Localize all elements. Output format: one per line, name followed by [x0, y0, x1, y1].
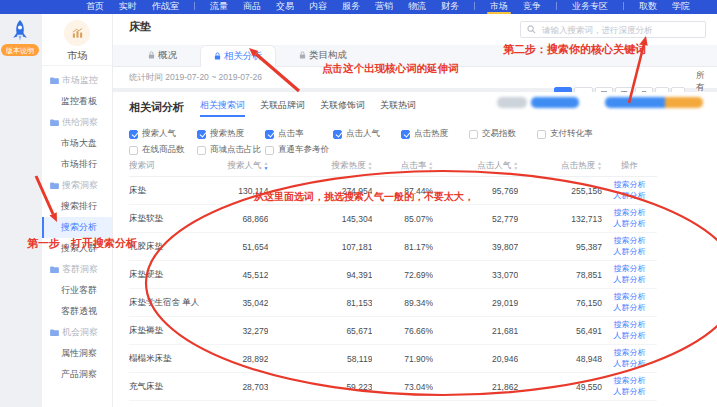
action-link-人群分析[interactable]: 人群分析	[602, 387, 657, 398]
checkbox-icon	[129, 130, 138, 139]
action-link-人群分析[interactable]: 人群分析	[602, 359, 657, 370]
sidebar-item-客群透视[interactable]: 客群透视	[42, 301, 112, 322]
sort-icon[interactable]: ▲▼	[428, 161, 433, 170]
tab-概况[interactable]: 概况	[135, 45, 190, 66]
keyword-cell[interactable]: 乳胶床垫	[129, 233, 209, 261]
sort-icon[interactable]: ▲▼	[263, 161, 268, 170]
metric-checkbox-搜索热度[interactable]: 搜索热度	[197, 128, 265, 140]
metric-checkbox-点击率[interactable]: 点击率	[265, 128, 333, 140]
table-row: 充气床垫28,70359,22373.04%21,86249,550搜索分析人群…	[129, 373, 657, 401]
nav-item-13[interactable]: 竞争	[523, 0, 541, 14]
action-link-搜索分析[interactable]: 搜索分析	[602, 208, 657, 219]
metric-checkbox-商城点击占比[interactable]: 商城点击占比	[197, 144, 265, 156]
sidebar-menu: 市场监控监控看板供给洞察市场大盘市场排行搜索洞察搜索排行搜索分析搜索人群客群洞察…	[42, 66, 112, 385]
nav-item-4[interactable]: 流量	[210, 0, 228, 14]
sidebar-item-产品洞察[interactable]: 产品洞察	[42, 364, 112, 385]
keyword-cell[interactable]: 床垫软垫	[129, 205, 209, 233]
sort-icon[interactable]: ▲▼	[513, 161, 518, 170]
metric-checkbox-支付转化率[interactable]: 支付转化率	[537, 128, 605, 140]
keyword-cell[interactable]: 榻榻米床垫	[129, 345, 209, 373]
nav-item-9[interactable]: 营销	[375, 0, 393, 14]
keyword-cell[interactable]: 充气床垫	[129, 373, 209, 401]
column-header-点击热度[interactable]: 点击热度▲▼	[518, 156, 602, 177]
sidebar-item-监控看板[interactable]: 监控看板	[42, 91, 112, 112]
metric-checkbox-直通车参考价[interactable]: 直通车参考价	[265, 144, 333, 156]
action-link-人群分析[interactable]: 人群分析	[602, 303, 657, 314]
subtab-关联品牌词[interactable]: 关联品牌词	[260, 99, 305, 115]
metric-checkbox-在线商品数[interactable]: 在线商品数	[129, 144, 197, 156]
nav-item-10[interactable]: 物流	[408, 0, 426, 14]
column-header-搜索热度[interactable]: 搜索热度▲▼	[268, 156, 372, 177]
metric-checkbox-点击人气[interactable]: 点击人气	[333, 128, 401, 140]
metric-checkbox-交易指数[interactable]: 交易指数	[469, 128, 537, 140]
action-link-搜索分析[interactable]: 搜索分析	[602, 320, 657, 331]
metric-cell: 76.66%	[372, 317, 433, 345]
sort-down: ▼	[513, 166, 518, 171]
nav-item-15[interactable]: 取数	[639, 0, 657, 14]
column-header-点击率[interactable]: 点击率▲▼	[372, 156, 433, 177]
column-header-label: 点击率	[401, 160, 427, 170]
sidebar-item-搜索人群[interactable]: 搜索人群	[42, 238, 112, 259]
market-app-icon[interactable]	[64, 20, 90, 46]
nav-item-12[interactable]: 市场	[490, 0, 508, 14]
action-link-人群分析[interactable]: 人群分析	[602, 247, 657, 258]
nav-item-14[interactable]: 业务专区	[572, 0, 608, 14]
nav-item-7[interactable]: 内容	[309, 0, 327, 14]
metric-checkbox-点击热度[interactable]: 点击热度	[401, 128, 469, 140]
keyword-cell[interactable]: 床垫	[129, 177, 209, 205]
sidebar-item-搜索排行[interactable]: 搜索排行	[42, 196, 112, 217]
tab-类目构成[interactable]: 类目构成	[286, 45, 360, 66]
keyword-cell[interactable]: 床垫硬垫	[129, 261, 209, 289]
sidebar-label: 搜索分析	[61, 221, 97, 234]
subtab-相关搜索词[interactable]: 相关搜索词	[200, 99, 245, 115]
keyword-cell[interactable]: 床垫学生宿舍 单人	[129, 289, 209, 317]
keyword-cell[interactable]: 床垫褥垫	[129, 317, 209, 345]
checkbox-icon	[401, 130, 410, 139]
action-link-搜索分析[interactable]: 搜索分析	[602, 236, 657, 247]
sidebar-item-行业客群[interactable]: 行业客群	[42, 280, 112, 301]
action-link-搜索分析[interactable]: 搜索分析	[602, 292, 657, 303]
action-link-人群分析[interactable]: 人群分析	[602, 331, 657, 342]
action-link-搜索分析[interactable]: 搜索分析	[602, 180, 657, 191]
sidebar-section-机会洞察: 机会洞察	[42, 322, 112, 343]
folder-icon	[50, 76, 59, 86]
action-link-搜索分析[interactable]: 搜索分析	[602, 348, 657, 359]
action-link-人群分析[interactable]: 人群分析	[602, 219, 657, 230]
action-link-人群分析[interactable]: 人群分析	[602, 275, 657, 286]
nav-item-3[interactable]: 作战室	[152, 0, 179, 14]
subtab-关联热词[interactable]: 关联热词	[380, 99, 416, 115]
nav-item-8[interactable]: 服务	[342, 0, 360, 14]
folder-icon	[50, 265, 59, 275]
nav-item-11[interactable]: 财务	[441, 0, 459, 14]
actions-cell: 搜索分析人群分析	[602, 205, 657, 233]
sidebar-label: 搜索排行	[61, 200, 97, 213]
action-link-人群分析[interactable]: 人群分析	[602, 191, 657, 202]
sort-icon[interactable]: ▲▼	[597, 161, 602, 170]
action-link-搜索分析[interactable]: 搜索分析	[602, 264, 657, 275]
version-badge[interactable]: 版本说明	[1, 44, 39, 56]
action-link-搜索分析[interactable]: 搜索分析	[602, 376, 657, 387]
checkbox-icon	[265, 130, 274, 139]
subtab-关联修饰词[interactable]: 关联修饰词	[320, 99, 365, 115]
nav-item-16[interactable]: 学院	[672, 0, 690, 14]
metric-checkbox-搜索人气[interactable]: 搜索人气	[129, 128, 197, 140]
nav-item-2[interactable]: 实时	[119, 0, 137, 14]
search-input[interactable]	[540, 24, 699, 36]
analysis-tabstrip: 概况相关分析类目构成	[113, 45, 717, 67]
sidebar-item-属性洞察[interactable]: 属性洞察	[42, 343, 112, 364]
rocket-icon[interactable]	[9, 19, 31, 45]
nav-item-6[interactable]: 交易	[276, 0, 294, 14]
nav-item-1[interactable]: 首页	[86, 0, 104, 14]
sidebar-item-市场排行[interactable]: 市场排行	[42, 154, 112, 175]
nav-item-5[interactable]: 商品	[243, 0, 261, 14]
sort-icon[interactable]: ▲▼	[367, 161, 372, 170]
sidebar-label: 产品洞察	[61, 368, 97, 381]
sidebar-item-搜索分析[interactable]: 搜索分析	[42, 217, 112, 238]
column-header-搜索人气[interactable]: 搜索人气▲▼	[209, 156, 269, 177]
keyword-searchbox[interactable]	[520, 21, 706, 38]
sidebar-item-市场大盘[interactable]: 市场大盘	[42, 133, 112, 154]
sidebar-section-市场监控: 市场监控	[42, 70, 112, 91]
sidebar-label: 市场大盘	[61, 137, 97, 150]
tab-相关分析[interactable]: 相关分析	[200, 45, 276, 67]
column-header-点击人气[interactable]: 点击人气▲▼	[433, 156, 518, 177]
